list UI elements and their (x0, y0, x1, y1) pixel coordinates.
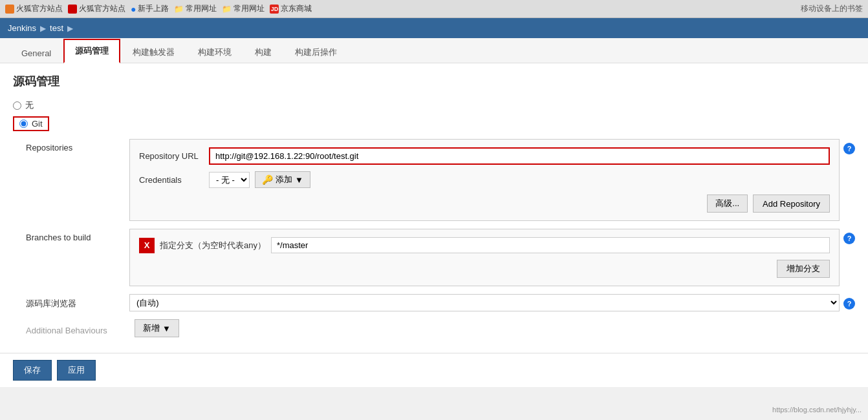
tab-post-build[interactable]: 构建后操作 (284, 41, 348, 63)
additional-behaviours-row: Additional Behaviours 新增 ▼ (26, 319, 855, 337)
bookmark-3[interactable]: ● 新手上路 (131, 3, 169, 14)
nav-arrow-2: ▶ (67, 24, 73, 33)
save-button[interactable]: 保存 (13, 360, 52, 381)
repositories-row: Repositories Repository URL Credentials … (26, 139, 855, 221)
dropdown-icon: ▼ (162, 324, 171, 333)
source-browser-label: 源码库浏览器 (26, 294, 129, 310)
radio-git-label[interactable]: Git (32, 119, 43, 129)
branches-help: ? (840, 229, 855, 244)
add-branch-button[interactable]: 增加分支 (777, 260, 830, 278)
jenkins-nav: Jenkins ▶ test ▶ (0, 18, 868, 38)
tab-source-management[interactable]: 源码管理 (63, 39, 120, 63)
source-browser-help-icon[interactable]: ? (843, 298, 855, 310)
repo-actions: 高级... Add Repository (139, 194, 830, 213)
main-content: General 源码管理 构建触发器 构建环境 构建 构建后操作 源码管理 无 … (0, 38, 868, 387)
project-link[interactable]: test (50, 23, 63, 33)
section-title: 源码管理 (13, 74, 855, 89)
radio-none-option: 无 (13, 100, 855, 111)
radio-none-label[interactable]: 无 (25, 100, 34, 111)
credentials-add-button[interactable]: 🔑 添加 ▼ (255, 171, 310, 188)
source-browser-help: ? (840, 294, 855, 310)
browser-bar: 火狐官方站点 火狐官方站点 ● 新手上路 📁 常用网址 📁 常用网址 JD 京东… (0, 0, 868, 18)
apply-button[interactable]: 应用 (57, 360, 96, 381)
repositories-label: Repositories (26, 139, 129, 152)
jenkins-home-link[interactable]: Jenkins (8, 23, 36, 33)
tabs-bar: General 源码管理 构建触发器 构建环境 构建 构建后操作 (0, 38, 868, 63)
favicon-2 (68, 5, 77, 14)
nav-arrow-1: ▶ (40, 24, 46, 33)
key-icon: 🔑 (262, 174, 273, 185)
branches-row: Branches to build X 指定分支（为空时代表any） 增加分支 … (26, 229, 855, 286)
config-section: Repositories Repository URL Credentials … (26, 139, 855, 337)
tab-build-triggers[interactable]: 构建触发器 (122, 41, 186, 63)
repo-url-input[interactable] (209, 147, 830, 165)
folder-icon-2: 📁 (222, 5, 232, 14)
additional-add-button[interactable]: 新增 ▼ (135, 319, 179, 337)
repositories-box: Repository URL Credentials - 无 - 🔑 添加 ▼ (129, 139, 840, 221)
branch-input-row: X 指定分支（为空时代表any） (139, 237, 830, 253)
favicon-jd: JD (270, 5, 279, 14)
advanced-button[interactable]: 高级... (707, 194, 748, 213)
repos-help-icon[interactable]: ? (843, 143, 855, 154)
credentials-row: Credentials - 无 - 🔑 添加 ▼ (139, 171, 830, 188)
branches-help-icon[interactable]: ? (843, 233, 855, 244)
action-bar: 保存 应用 (0, 353, 868, 387)
add-repository-button[interactable]: Add Repository (753, 194, 830, 213)
additional-behaviours-label: Additional Behaviours (26, 322, 129, 335)
bookmark-1[interactable]: 火狐官方站点 (5, 3, 63, 14)
repo-url-row: Repository URL (139, 147, 830, 165)
favicon-1 (5, 5, 14, 14)
git-option-wrapper: Git (13, 116, 49, 131)
new-icon: ● (131, 4, 136, 14)
radio-git[interactable] (19, 120, 28, 128)
bookmark-6[interactable]: JD 京东商城 (270, 3, 312, 14)
tab-general[interactable]: General (10, 43, 62, 63)
tab-build[interactable]: 构建 (244, 41, 283, 63)
tab-build-environment[interactable]: 构建环境 (187, 41, 243, 63)
branch-actions: 增加分支 (139, 260, 830, 278)
branches-box: X 指定分支（为空时代表any） 增加分支 (129, 229, 840, 286)
repo-url-label: Repository URL (139, 151, 204, 161)
radio-none[interactable] (13, 101, 21, 110)
branches-label: Branches to build (26, 229, 129, 242)
source-browser-select[interactable]: (自动) (129, 294, 840, 311)
credentials-select[interactable]: - 无 - (209, 172, 250, 188)
dropdown-arrow-icon: ▼ (295, 175, 303, 185)
repos-help: ? (840, 139, 855, 154)
delete-branch-button[interactable]: X (139, 238, 155, 253)
branch-input[interactable] (271, 237, 830, 253)
bookmark-2[interactable]: 火狐官方站点 (68, 3, 125, 14)
branch-field-label: 指定分支（为空时代表any） (160, 240, 266, 251)
page-body: 源码管理 无 Git Repositories (0, 63, 868, 353)
credentials-label: Credentials (139, 175, 204, 185)
radio-git-option: Git (13, 116, 855, 131)
bookmark-5[interactable]: 📁 常用网址 (222, 3, 265, 14)
folder-icon-1: 📁 (174, 5, 184, 14)
radio-group: 无 Git (13, 100, 855, 131)
browser-bar-right: 移动设备上的书签 (801, 3, 863, 14)
bookmark-4[interactable]: 📁 常用网址 (174, 3, 217, 14)
source-browser-row: 源码库浏览器 (自动) ? (26, 294, 855, 311)
